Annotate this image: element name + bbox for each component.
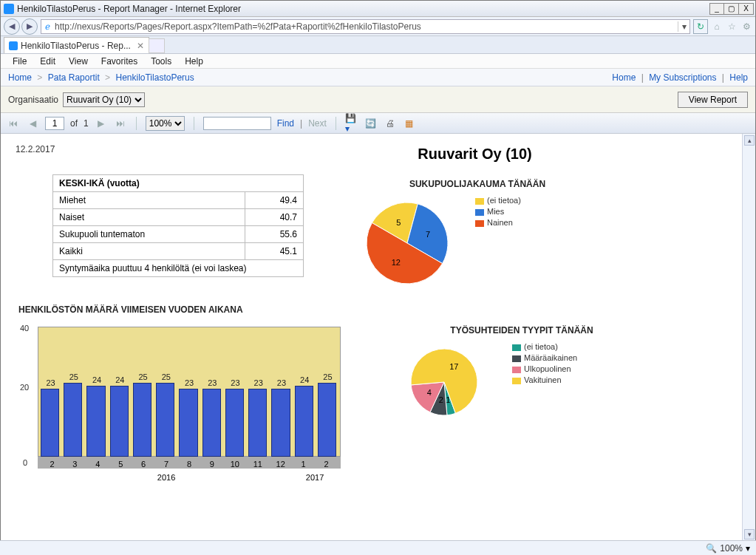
view-report-button[interactable]: View Report xyxy=(678,92,748,108)
x-tick: 2 xyxy=(41,460,64,469)
table-row: Miehet49.4 xyxy=(53,192,304,209)
param-select-organisaatio[interactable]: Ruuvarit Oy (10) xyxy=(63,92,145,107)
find-link[interactable]: Find xyxy=(277,118,294,129)
gender-legend: (ei tietoa) Mies Nainen xyxy=(475,195,521,291)
page-total: 1 xyxy=(84,118,89,129)
link-home[interactable]: Home xyxy=(612,72,636,83)
zoom-level[interactable]: 100% xyxy=(720,543,743,554)
prev-page-button[interactable]: ◀ xyxy=(26,117,39,130)
param-label: Organisaatio xyxy=(8,95,58,105)
forward-button[interactable]: ▶ xyxy=(21,18,38,35)
link-subscriptions[interactable]: My Subscriptions xyxy=(649,72,716,83)
breadcrumb-home[interactable]: Home xyxy=(8,72,32,83)
tab-strip: HenkiloTilastoPerus - Rep... ✕ xyxy=(1,36,755,54)
headcount-bar-chart: 40 20 0 23252424252523232323232425 23456… xyxy=(16,321,348,483)
maximize-button[interactable]: ▢ xyxy=(724,3,739,15)
bar-value-label: 25 xyxy=(64,372,84,381)
ie-icon xyxy=(4,4,14,14)
x-tick: 9 xyxy=(200,460,223,469)
legend-swatch xyxy=(512,378,521,384)
x-tick: 4 xyxy=(86,460,109,469)
print-button[interactable]: 🖨 xyxy=(384,117,397,130)
bar-value-label: 23 xyxy=(225,378,245,387)
vertical-scrollbar[interactable]: ▴ ▾ xyxy=(742,134,755,541)
bar-title: HENKILÖSTÖN MÄÄRÄ VIIMEISEN VUODEN AIKAN… xyxy=(18,304,727,315)
bar-value-label: 23 xyxy=(248,378,268,387)
refresh-button[interactable]: ↻ xyxy=(693,19,708,34)
report-title: Ruuvarit Oy (10) xyxy=(222,146,727,163)
menu-tools[interactable]: Tools xyxy=(145,55,177,68)
menu-help[interactable]: Help xyxy=(179,55,209,68)
bar-value-label: 24 xyxy=(295,375,315,384)
breadcrumb: Home > Pata Raportit > HenkiloTilastoPer… xyxy=(8,72,612,83)
legend-swatch xyxy=(475,198,484,205)
bar-value-label: 25 xyxy=(318,372,338,381)
menu-edit[interactable]: Edit xyxy=(34,55,61,68)
zoom-dd-icon[interactable]: ▾ xyxy=(746,543,750,554)
zoom-icon[interactable]: 🔍 xyxy=(706,543,717,554)
tab-icon xyxy=(9,41,18,50)
scroll-up-icon[interactable]: ▴ xyxy=(744,135,755,146)
minimize-button[interactable]: _ xyxy=(709,3,724,15)
page-icon: ℯ xyxy=(41,21,53,32)
bar-value-label: 25 xyxy=(133,372,153,381)
menu-file[interactable]: File xyxy=(7,55,33,68)
favorites-icon[interactable]: ☆ xyxy=(726,21,738,33)
parameter-bar: Organisaatio Ruuvarit Oy (10) View Repor… xyxy=(1,86,755,113)
next-link[interactable]: Next xyxy=(308,118,327,129)
age-header: KESKI-IKÄ (vuotta) xyxy=(53,175,304,192)
browser-tab[interactable]: HenkiloTilastoPerus - Rep... ✕ xyxy=(4,37,149,53)
emp-legend: (ei tietoa) Määräaikainen Ulkopuolinen V… xyxy=(512,341,577,423)
next-page-button[interactable]: ▶ xyxy=(95,117,108,130)
tab-close-icon[interactable]: ✕ xyxy=(137,41,144,51)
report-toolbar: ⏮ ◀ of 1 ▶ ⏭ 100% Find | Next 💾▾ 🔄 🖨 ▦ xyxy=(1,113,755,134)
find-input[interactable] xyxy=(203,117,271,130)
report-body: 12.2.2017 Ruuvarit Oy (10) KESKI-IKÄ (vu… xyxy=(1,134,742,541)
gender-pie-chart: 5712 xyxy=(348,195,466,291)
address-dropdown[interactable]: ▾ xyxy=(678,21,689,32)
first-page-button[interactable]: ⏮ xyxy=(7,117,20,130)
atom-button[interactable]: ▦ xyxy=(403,117,416,130)
x-tick: 12 xyxy=(269,460,292,469)
page-input[interactable] xyxy=(45,117,64,130)
breadcrumb-folder[interactable]: Pata Raportit xyxy=(48,72,100,83)
emp-title: TYÖSUHTEIDEN TYYPIT TÄNÄÄN xyxy=(392,325,651,336)
table-row: Naiset40.7 xyxy=(53,209,304,226)
last-page-button[interactable]: ⏭ xyxy=(114,117,127,130)
export-button[interactable]: 💾▾ xyxy=(345,117,358,130)
link-help[interactable]: Help xyxy=(729,72,748,83)
legend-swatch xyxy=(512,355,521,362)
x-tick: 1 xyxy=(292,460,315,469)
address-bar[interactable]: ℯ ▾ xyxy=(41,19,690,34)
back-button[interactable]: ◀ xyxy=(4,18,20,35)
bar-value-label: 23 xyxy=(202,378,222,387)
bar-value-label: 23 xyxy=(271,378,291,387)
close-window-button[interactable]: X xyxy=(739,3,754,15)
zoom-select[interactable]: 100% xyxy=(146,116,185,131)
employment-pie-chart: 12417 xyxy=(392,341,503,423)
menu-view[interactable]: View xyxy=(63,55,94,68)
gender-pie-section: SUKUPUOLIJAKAUMA TÄNÄÄN 5712 (ei tietoa)… xyxy=(348,174,607,291)
menu-favorites[interactable]: Favorites xyxy=(95,55,143,68)
svg-text:12: 12 xyxy=(392,258,401,267)
tools-icon[interactable]: ⚙ xyxy=(740,21,752,33)
status-bar: 🔍 100% ▾ xyxy=(0,540,756,555)
scroll-down-icon[interactable]: ▾ xyxy=(744,529,755,539)
url-input[interactable] xyxy=(53,21,678,33)
home-icon[interactable]: ⌂ xyxy=(711,21,723,33)
x-tick: 8 xyxy=(178,460,201,469)
tab-label: HenkiloTilastoPerus - Rep... xyxy=(21,41,131,51)
breadcrumb-report[interactable]: HenkiloTilastoPerus xyxy=(115,72,194,83)
window-title: HenkiloTilastoPerus - Report Manager - I… xyxy=(17,4,709,14)
svg-text:2: 2 xyxy=(439,395,443,404)
legend-swatch xyxy=(475,220,484,227)
legend-swatch xyxy=(475,209,484,216)
toolbar-refresh-button[interactable]: 🔄 xyxy=(364,117,378,130)
x-tick: 3 xyxy=(64,460,86,469)
x-tick: 11 xyxy=(246,460,269,469)
new-tab-button[interactable] xyxy=(149,38,165,53)
bar-value-label: 24 xyxy=(86,375,106,384)
svg-text:4: 4 xyxy=(427,388,432,397)
of-label: of xyxy=(70,118,78,129)
breadcrumb-row: Home > Pata Raportit > HenkiloTilastoPer… xyxy=(1,69,755,86)
